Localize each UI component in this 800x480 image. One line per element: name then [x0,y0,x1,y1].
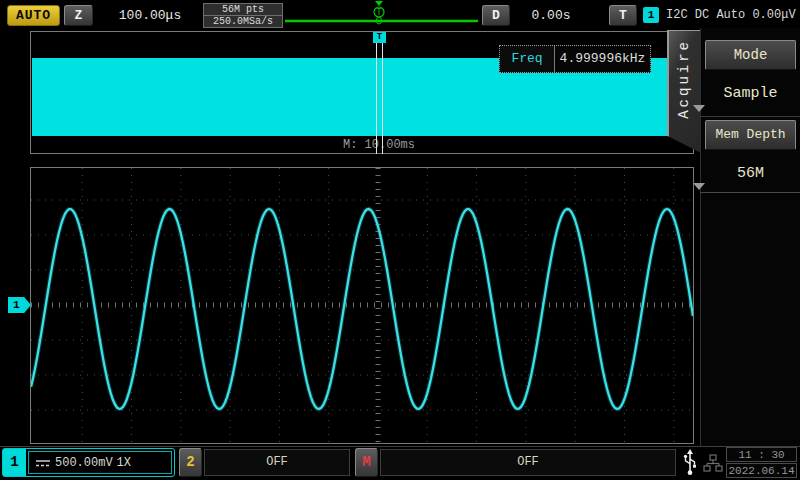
auto-button[interactable]: AUTO [7,5,60,26]
sidebar-item-mode[interactable]: Mode [705,40,796,70]
memory-sample-box: 56M pts 250.0MSa/s [203,3,283,28]
sidebar-value-mem-depth[interactable]: 56M [705,164,796,184]
trigger-info-readout: I2C DC Auto 0.00μV [666,5,796,26]
channel1-settings: 500.00mV 1X [28,451,172,474]
channel1-level-marker[interactable]: 1 [8,297,31,313]
clock-date: 2022.06.14 [726,463,797,478]
channel1-status[interactable]: 1 500.00mV 1X [2,448,175,477]
zoom-mode-button[interactable]: Z [64,5,93,26]
trigger-menu-button[interactable]: T [609,5,637,26]
sidebar-divider [700,192,800,193]
acquisition-progress-bar: T [283,0,483,28]
lan-icon [702,451,724,475]
sidebar-divider [700,116,800,117]
zoom-window-cursors[interactable] [376,43,383,154]
usb-icon [681,449,699,476]
waveform-display [30,167,694,444]
timebase-readout: 100.00μs [100,5,200,26]
delay-button[interactable]: D [482,5,510,26]
delay-readout: 0.00s [515,5,587,26]
zoom-trigger-marker[interactable]: T [373,32,386,43]
math-badge[interactable]: M [355,448,378,477]
sine-wave-glow [31,209,693,409]
channel1-scale: 500.00mV [55,456,113,470]
dropdown-arrow-icon [693,183,705,190]
freq-label: Freq [500,46,555,72]
trigger-source-badge: 1 [643,7,659,23]
tab-acquire[interactable]: Acquire [667,30,701,153]
waveform-plot [31,168,693,443]
freq-value: 4.999996kHz [555,46,650,72]
channel1-probe: 1X [117,456,131,470]
overview-window: M: 10.00ms Freq 4.999996kHz T [30,31,694,154]
trigger-marker-label: T [377,8,382,17]
sidebar-value-mode[interactable]: Sample [705,84,796,104]
frequency-readout: Freq 4.999996kHz [499,45,651,73]
trigger-position-arrow-icon [375,1,383,6]
clock-time: 11 : 30 [726,447,797,462]
oscilloscope-screen: AUTO Z 100.00μs 56M pts 250.0MSa/s T D 0… [0,0,800,480]
channel2-status[interactable]: OFF [204,449,350,476]
acquire-tab-label: Acquire [676,39,692,119]
mem-points: 56M pts [204,4,282,15]
math-status[interactable]: OFF [380,449,676,476]
sample-rate: 250.0MSa/s [204,15,282,27]
channel2-badge[interactable]: 2 [179,448,202,477]
dc-coupling-icon [35,458,51,468]
sidebar-item-mem-depth[interactable]: Mem Depth [705,120,796,150]
channel1-badge: 1 [3,449,26,476]
dropdown-arrow-icon [693,105,705,112]
